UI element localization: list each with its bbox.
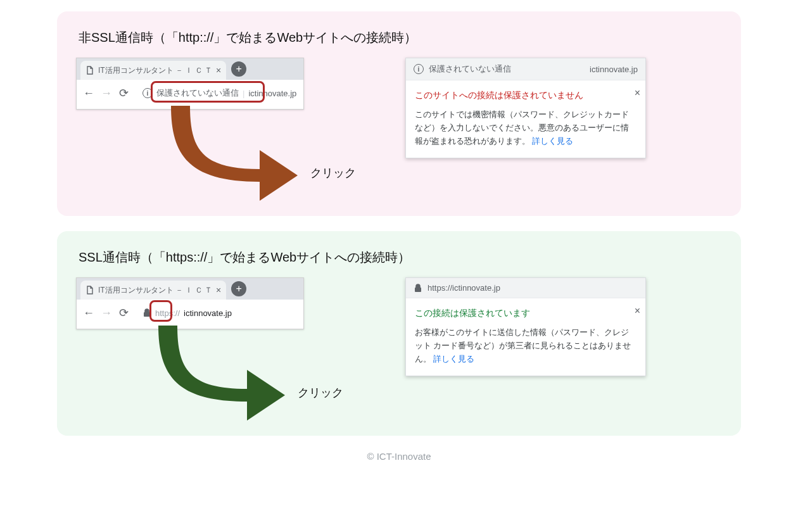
nonssl-popup-col: i 保護されていない通信 ictinnovate.jp × このサイトへの接続は… (405, 58, 722, 158)
svg-rect-1 (415, 288, 421, 292)
lock-icon (414, 284, 422, 293)
lock-icon[interactable] (142, 308, 151, 317)
tab-close-icon[interactable]: × (216, 286, 221, 294)
url-text: ictinnovate.jp (248, 89, 296, 98)
learn-more-link[interactable]: 詳しく見る (433, 355, 474, 364)
click-label: クリック (298, 385, 343, 400)
toolbar: ← → ⟳ i 保護されていない通信 | ictinnovate.jp (77, 80, 303, 109)
toolbar: ← → ⟳ https://ictinnovate.jp (77, 300, 303, 329)
tab-title: IT活用コンサルタント － Ｉ Ｃ Ｔ (98, 285, 212, 296)
popup-description: このサイトでは機密情報（パスワード、クレジットカードなど）を入力しないでください… (415, 108, 636, 149)
footer-copyright: © ICT-Innovate (57, 451, 741, 462)
url-scheme: https:// (155, 308, 180, 318)
info-icon[interactable]: i (142, 88, 153, 98)
popup-origin-bar: i 保護されていない通信 ictinnovate.jp (406, 58, 645, 80)
nonssl-section: 非SSL通信時（「http:://」で始まるWebサイトへの接続時） IT活用コ… (57, 11, 741, 216)
page-icon (86, 66, 94, 75)
popup-origin-label: 保護されていない通信 (429, 63, 511, 75)
page-icon (86, 286, 94, 294)
ssl-heading: SSL通信時（「https:://」で始まるWebサイトへの接続時） (79, 249, 722, 266)
back-icon[interactable]: ← (83, 87, 93, 100)
security-label: 保護されていない通信 (156, 87, 239, 99)
nonssl-row: IT活用コンサルタント － Ｉ Ｃ Ｔ × + ← → ⟳ i 保護されていない… (76, 58, 722, 197)
popup-body: × この接続は保護されています お客様がこのサイトに送信した情報（パスワード、ク… (406, 298, 645, 376)
nonssl-heading: 非SSL通信時（「http:://」で始まるWebサイトへの接続時） (79, 29, 722, 46)
browser-chrome-ssl: IT活用コンサルタント － Ｉ Ｃ Ｔ × + ← → ⟳ https://ic… (76, 277, 304, 329)
tab-close-icon[interactable]: × (216, 66, 221, 75)
learn-more-link[interactable]: 詳しく見る (532, 137, 573, 146)
close-icon[interactable]: × (635, 302, 640, 319)
ssl-left: IT活用コンサルタント － Ｉ Ｃ Ｔ × + ← → ⟳ https://ic… (76, 277, 380, 417)
reload-icon[interactable]: ⟳ (118, 306, 129, 320)
popup-title: このサイトへの接続は保護されていません (415, 88, 636, 103)
forward-icon[interactable]: → (101, 307, 111, 320)
popup-description: お客様がこのサイトに送信した情報（パスワード、クレジット カード番号など）が第三… (415, 326, 636, 367)
url-text: ictinnovate.jp (184, 308, 232, 318)
new-tab-button[interactable]: + (231, 61, 246, 77)
back-icon[interactable]: ← (83, 307, 93, 320)
popup-origin-bar: https://ictinnovate.jp (406, 278, 645, 298)
click-label: クリック (310, 165, 356, 180)
popup-title: この接続は保護されています (415, 306, 636, 321)
reload-icon[interactable]: ⟳ (118, 86, 129, 100)
forward-icon[interactable]: → (101, 87, 111, 100)
browser-tab[interactable]: IT活用コンサルタント － Ｉ Ｃ Ｔ × (80, 61, 226, 80)
ssl-popup-col: https://ictinnovate.jp × この接続は保護されています お… (405, 277, 722, 376)
tab-bar: IT活用コンサルタント － Ｉ Ｃ Ｔ × + (77, 58, 303, 80)
security-popup-nonssl: i 保護されていない通信 ictinnovate.jp × このサイトへの接続は… (405, 58, 646, 158)
security-popup-ssl: https://ictinnovate.jp × この接続は保護されています お… (405, 277, 646, 376)
address-bar[interactable]: i 保護されていない通信 | ictinnovate.jp (136, 84, 297, 103)
arrow-icon (152, 326, 291, 423)
tab-title: IT活用コンサルタント － Ｉ Ｃ Ｔ (98, 65, 212, 76)
info-icon: i (414, 64, 424, 74)
browser-tab[interactable]: IT活用コンサルタント － Ｉ Ｃ Ｔ × (80, 281, 226, 300)
popup-origin-url: ictinnovate.jp (590, 65, 638, 74)
arrow-icon (165, 106, 304, 203)
tab-bar: IT活用コンサルタント － Ｉ Ｃ Ｔ × + (77, 278, 303, 300)
address-bar[interactable]: https://ictinnovate.jp (136, 303, 297, 322)
browser-chrome-nonssl: IT活用コンサルタント － Ｉ Ｃ Ｔ × + ← → ⟳ i 保護されていない… (76, 58, 304, 110)
nonssl-left: IT活用コンサルタント － Ｉ Ｃ Ｔ × + ← → ⟳ i 保護されていない… (76, 58, 380, 197)
ssl-section: SSL通信時（「https:://」で始まるWebサイトへの接続時） IT活用コ… (57, 231, 741, 436)
svg-rect-0 (144, 312, 150, 317)
ssl-row: IT活用コンサルタント － Ｉ Ｃ Ｔ × + ← → ⟳ https://ic… (76, 277, 722, 417)
close-icon[interactable]: × (635, 84, 640, 101)
popup-body: × このサイトへの接続は保護されていません このサイトでは機密情報（パスワード、… (406, 80, 645, 158)
popup-origin-url: https://ictinnovate.jp (428, 283, 500, 293)
new-tab-button[interactable]: + (231, 281, 246, 296)
